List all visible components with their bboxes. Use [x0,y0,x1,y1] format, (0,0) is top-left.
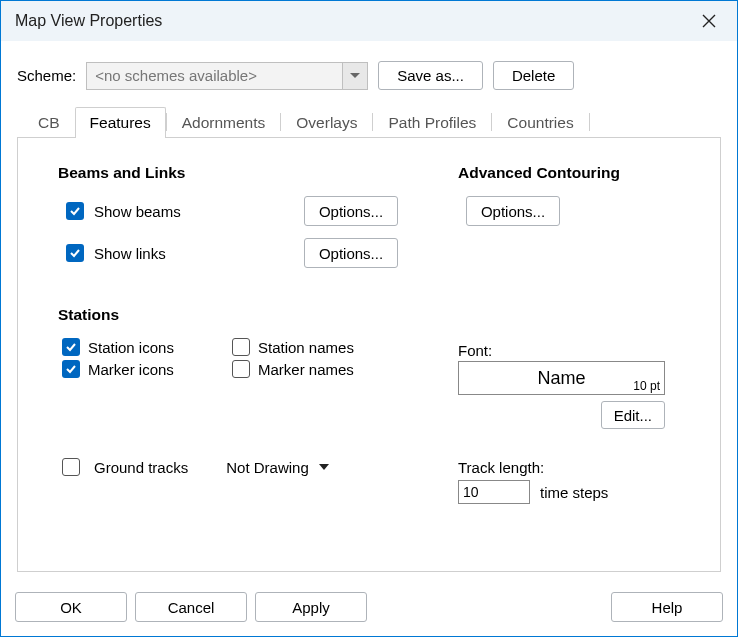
chevron-down-icon[interactable] [342,62,368,90]
track-length-unit: time steps [540,484,608,501]
apply-button[interactable]: Apply [255,592,367,622]
tab-overlays[interactable]: Overlays [281,107,372,138]
font-edit-button[interactable]: Edit... [601,401,665,429]
cancel-button[interactable]: Cancel [135,592,247,622]
help-button[interactable]: Help [611,592,723,622]
drawing-mode-dropdown[interactable]: Not Drawing [226,459,329,476]
marker-names-label: Marker names [258,361,354,378]
show-links-options-button[interactable]: Options... [304,238,398,268]
font-size: 10 pt [633,379,660,393]
delete-button[interactable]: Delete [493,61,574,90]
chevron-down-icon [319,464,329,470]
show-beams-options-button[interactable]: Options... [304,196,398,226]
marker-icons-checkbox[interactable] [62,360,80,378]
scheme-select[interactable]: <no schemes available> [86,62,368,90]
station-names-checkbox[interactable] [232,338,250,356]
features-panel: Beams and Links Show beams Options... Sh… [17,138,721,572]
show-beams-label: Show beams [94,203,181,220]
ok-button[interactable]: OK [15,592,127,622]
beams-links-head: Beams and Links [58,164,398,182]
tab-adornments[interactable]: Adornments [167,107,281,138]
show-links-checkbox[interactable] [66,244,84,262]
marker-icons-label: Marker icons [88,361,174,378]
track-length-input[interactable] [458,480,530,504]
show-beams-checkbox[interactable] [66,202,84,220]
dialog-footer: OK Cancel Apply Help [1,582,737,636]
font-label: Font: [458,342,690,359]
station-names-label: Station names [258,339,354,356]
window-title: Map View Properties [15,12,691,30]
scheme-row: Scheme: <no schemes available> Save as..… [17,61,721,90]
advanced-head: Advanced Contouring [458,164,690,182]
station-icons-checkbox[interactable] [62,338,80,356]
tabs: CB Features Adornments Overlays Path Pro… [17,106,721,138]
advanced-options-button[interactable]: Options... [466,196,560,226]
title-bar: Map View Properties [1,1,737,41]
tab-cb[interactable]: CB [23,107,75,138]
marker-names-checkbox[interactable] [232,360,250,378]
font-name: Name [537,368,585,389]
show-links-label: Show links [94,245,166,262]
close-icon[interactable] [691,6,727,36]
scheme-value: <no schemes available> [86,62,342,90]
scheme-label: Scheme: [17,67,76,84]
station-icons-label: Station icons [88,339,174,356]
tab-countries[interactable]: Countries [492,107,588,138]
stations-head: Stations [58,306,398,324]
track-length-label: Track length: [458,459,690,476]
tab-separator [589,113,590,131]
drawing-mode-value: Not Drawing [226,459,309,476]
tab-path-profiles[interactable]: Path Profiles [373,107,491,138]
ground-tracks-checkbox[interactable] [62,458,80,476]
tab-features[interactable]: Features [75,107,166,138]
save-as-button[interactable]: Save as... [378,61,483,90]
font-preview: Name 10 pt [458,361,665,395]
ground-tracks-label: Ground tracks [94,459,188,476]
